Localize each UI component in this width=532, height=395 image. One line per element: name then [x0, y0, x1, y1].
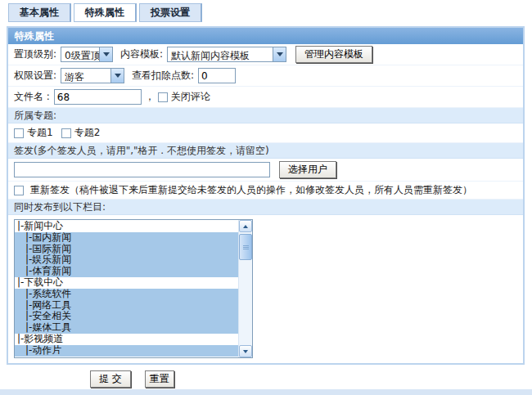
footer-buttons: 提 交 重置	[90, 370, 532, 388]
deduct-points-label: 查看扣除点数:	[132, 69, 194, 83]
scroll-down-icon[interactable]	[239, 345, 252, 357]
listbox-option[interactable]: |-下载中心	[15, 277, 238, 289]
scrollbar-thumb[interactable]	[239, 234, 252, 260]
listbox-option[interactable]: |-国际新闻	[15, 244, 238, 255]
topic2-checkbox[interactable]	[61, 128, 71, 138]
listbox-option[interactable]: |-媒体工具	[15, 322, 238, 334]
topics-section-header: 所属专题:	[8, 108, 523, 123]
topics-row: 专题1 专题2	[8, 123, 523, 143]
top-level-select-value: 0级置顶	[61, 47, 99, 61]
sign-users-input[interactable]	[14, 162, 270, 177]
content-template-label: 内容模板:	[120, 47, 163, 61]
resign-label: 重新签发（稿件被退下来后重新提交给未签发的人员的操作，如修改签发人员，所有人员需…	[30, 183, 472, 197]
manage-template-button[interactable]: 管理内容模板	[295, 46, 372, 63]
listbox-option[interactable]: |-动作片	[15, 345, 238, 357]
category-list-container: |-新闻中心|-国内新闻|-国际新闻|-娱乐新闻|-体育新闻|-下载中心|-系统…	[8, 215, 523, 363]
tab-basic-properties[interactable]: 基本属性	[8, 3, 71, 22]
listbox-option[interactable]: |-娱乐新闻	[15, 254, 238, 266]
close-comments-checkbox[interactable]	[158, 92, 168, 102]
permission-label: 权限设置:	[14, 69, 56, 83]
filename-label: 文件名 :	[14, 90, 50, 104]
category-listbox-frame: |-新闻中心|-国内新闻|-国际新闻|-娱乐新闻|-体育新闻|-下载中心|-系统…	[14, 219, 253, 358]
sign-section-header: 签发(多个签发人员，请用","格开 . 不想使用签发，请留空)	[8, 143, 523, 159]
sign-input-row: 选择用户	[8, 159, 523, 182]
chevron-down-icon[interactable]	[110, 69, 124, 83]
filename-input[interactable]	[54, 89, 142, 105]
listbox-scrollbar[interactable]	[238, 220, 252, 357]
resign-row: 重新签发（稿件被退下来后重新提交给未签发的人员的操作，如修改签发人员，所有人员需…	[8, 182, 523, 200]
content-template-select[interactable]: 默认新闻内容模板	[167, 47, 286, 62]
topic1-checkbox[interactable]	[14, 128, 24, 138]
deduct-points-input[interactable]	[198, 68, 236, 83]
tabbar: 基本属性 特殊属性 投票设置	[0, 3, 532, 22]
listbox-option[interactable]: |-网络工具	[15, 300, 238, 312]
close-comments-label: 关闭评论	[171, 90, 210, 104]
permission-row: 权限设置: 游客 查看扣除点数:	[8, 65, 523, 87]
bottom-strip	[0, 389, 532, 395]
chevron-down-icon[interactable]	[273, 47, 286, 61]
category-listbox: |-新闻中心|-国内新闻|-国际新闻|-娱乐新闻|-体育新闻|-下载中心|-系统…	[15, 220, 238, 357]
permission-select-value: 游客	[61, 69, 110, 83]
listbox-option[interactable]: |-新闻中心	[15, 221, 238, 232]
listbox-option[interactable]: |-体育新闻	[15, 266, 238, 277]
filename-row: 文件名 : ， 关闭评论	[8, 87, 523, 108]
top-level-label: 置顶级别:	[14, 47, 56, 61]
topic2-label: 专题2	[74, 126, 101, 140]
listbox-option[interactable]: |-系统软件	[15, 289, 238, 300]
submit-button[interactable]: 提 交	[90, 370, 131, 388]
publish-section-header: 同时发布到以下栏目:	[8, 200, 523, 215]
reset-button[interactable]: 重置	[145, 370, 174, 388]
top-level-row: 置顶级别: 0级置顶 内容模板: 默认新闻内容模板 管理内容模板	[8, 44, 523, 65]
tab-special-properties[interactable]: 特殊属性	[74, 3, 137, 22]
resign-checkbox[interactable]	[14, 186, 24, 195]
select-user-button[interactable]: 选择用户	[279, 161, 336, 178]
listbox-option[interactable]: |-安全相关	[15, 311, 238, 322]
tab-vote-settings[interactable]: 投票设置	[139, 3, 202, 22]
top-level-select[interactable]: 0级置顶	[61, 47, 113, 62]
panel-title: 特殊属性	[8, 28, 523, 44]
topic1-label: 专题1	[27, 126, 53, 140]
listbox-option[interactable]: |-国内新闻	[15, 232, 238, 244]
content-template-select-value: 默认新闻内容模板	[168, 47, 273, 61]
separator-text: ，	[145, 90, 155, 104]
chevron-down-icon[interactable]	[99, 47, 112, 61]
special-properties-panel: 特殊属性 置顶级别: 0级置顶 内容模板: 默认新闻内容模板 管理内容模板 权限…	[7, 26, 525, 365]
scroll-up-icon[interactable]	[239, 220, 252, 232]
listbox-option[interactable]: |-影视频道	[15, 334, 238, 345]
permission-select[interactable]: 游客	[61, 68, 124, 83]
